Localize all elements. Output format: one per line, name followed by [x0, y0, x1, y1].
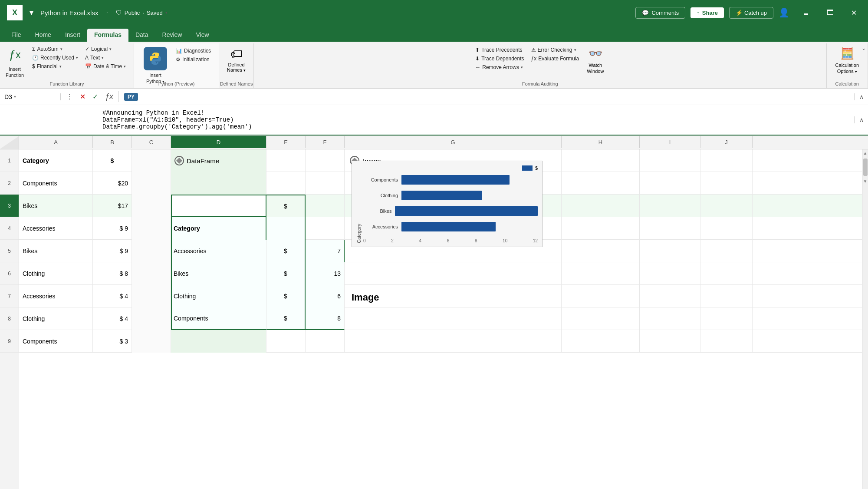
cell-A1[interactable]: Category	[19, 149, 93, 172]
formula-collapse-btn2[interactable]: ∧	[854, 116, 868, 123]
cell-E4[interactable]	[266, 217, 306, 240]
remove-arrows-button[interactable]: ↔ Remove Arrows ▾	[473, 63, 526, 71]
cell-B5[interactable]: $ 9	[93, 240, 132, 262]
col-header-B[interactable]: B	[93, 136, 132, 148]
cell-C7[interactable]	[132, 285, 171, 307]
col-header-I[interactable]: I	[640, 136, 700, 148]
cell-E3[interactable]: $	[266, 195, 306, 217]
cell-F2[interactable]	[306, 172, 345, 195]
cell-A6[interactable]: Clothing	[19, 262, 93, 285]
comments-button[interactable]: 💬 Comments	[635, 7, 685, 19]
error-check-button[interactable]: ⚠ Error Checking ▾	[529, 46, 582, 54]
cell-I4[interactable]	[640, 217, 700, 240]
cell-J3[interactable]	[700, 195, 753, 217]
diagnostics-button[interactable]: 📊 Diagnostics	[173, 47, 214, 55]
cell-H2[interactable]	[562, 172, 640, 195]
cell-J7[interactable]	[700, 285, 753, 307]
cell-B9[interactable]: $ 3	[93, 330, 132, 353]
formula-input-area[interactable]: PY	[119, 93, 854, 101]
cell-I9[interactable]	[640, 330, 700, 353]
cell-H1[interactable]	[562, 149, 640, 172]
row-num-9[interactable]: 9	[0, 330, 19, 353]
cell-I5[interactable]	[640, 240, 700, 262]
cell-A2[interactable]: Components	[19, 172, 93, 195]
cell-D2[interactable]	[171, 172, 266, 195]
financial-button[interactable]: $ Financial ▾	[30, 63, 81, 70]
cell-D4[interactable]: Category	[171, 217, 266, 240]
cell-I3[interactable]	[640, 195, 700, 217]
cell-B4[interactable]: $ 9	[93, 217, 132, 240]
cell-F7[interactable]: 6	[306, 285, 345, 307]
cell-I2[interactable]	[640, 172, 700, 195]
initialization-button[interactable]: ⚙ Initialization	[173, 56, 214, 63]
chevron-down-icon[interactable]: ▾	[165, 10, 168, 15]
row-num-7[interactable]: 7	[0, 285, 19, 307]
cell-J4[interactable]	[700, 217, 753, 240]
catchup-button[interactable]: ⚡ Catch up	[729, 7, 773, 19]
trace-dependents-button[interactable]: ⬇ Trace Dependents	[473, 55, 526, 63]
cell-F4[interactable]	[306, 217, 345, 240]
tab-home[interactable]: Home	[28, 29, 58, 42]
cell-J6[interactable]	[700, 262, 753, 285]
cell-C2[interactable]	[132, 172, 171, 195]
cell-J9[interactable]	[700, 330, 753, 353]
cell-I1[interactable]	[640, 149, 700, 172]
cell-B2[interactable]: $20	[93, 172, 132, 195]
cell-B3[interactable]: $17	[93, 195, 132, 217]
cell-C3[interactable]	[132, 195, 171, 217]
cell-D9[interactable]	[171, 330, 266, 353]
cell-G6[interactable]	[345, 262, 562, 285]
cell-B1[interactable]: $	[93, 149, 132, 172]
defined-names-button[interactable]: 🏷 DefinedNames ▾	[224, 45, 248, 81]
tab-review[interactable]: Review	[155, 29, 189, 42]
col-header-J[interactable]: J	[700, 136, 753, 148]
recently-used-button[interactable]: 🕐 Recently Used ▾	[30, 54, 81, 62]
cell-A5[interactable]: Bikes	[19, 240, 93, 262]
row-num-6[interactable]: 6	[0, 262, 19, 285]
scroll-down-arrow[interactable]: ▼	[862, 178, 868, 185]
cell-F8[interactable]: 8	[306, 307, 345, 330]
row-num-8[interactable]: 8	[0, 307, 19, 330]
quick-access-menu[interactable]: ▾	[28, 6, 35, 19]
cell-I6[interactable]	[640, 262, 700, 285]
tab-file[interactable]: File	[4, 29, 28, 42]
cell-E1[interactable]	[266, 149, 306, 172]
share-button[interactable]: ↑ Share	[690, 7, 724, 18]
cell-G9[interactable]	[345, 330, 562, 353]
row-num-2[interactable]: 2	[0, 172, 19, 195]
cell-E2[interactable]	[266, 172, 306, 195]
col-header-C[interactable]: C	[132, 136, 171, 148]
scroll-up-arrow[interactable]: ▲	[862, 149, 868, 157]
formula-collapse-button[interactable]: ∧	[854, 93, 868, 100]
cell-J1[interactable]	[700, 149, 753, 172]
tab-view[interactable]: View	[189, 29, 216, 42]
cell-B6[interactable]: $ 8	[93, 262, 132, 285]
cell-H4[interactable]	[562, 217, 640, 240]
cell-F6[interactable]: 13	[306, 262, 345, 285]
scroll-thumb[interactable]	[863, 159, 868, 176]
cell-F5[interactable]: 7	[306, 240, 345, 262]
logical-button[interactable]: ✓ Logical ▾	[82, 45, 128, 53]
tab-data[interactable]: Data	[128, 29, 155, 42]
col-header-E[interactable]: E	[266, 136, 306, 148]
cell-F9[interactable]	[306, 330, 345, 353]
col-header-F[interactable]: F	[306, 136, 345, 148]
cell-D7[interactable]: Clothing	[171, 285, 266, 307]
cell-F3[interactable]	[306, 195, 345, 217]
minimize-button[interactable]: 🗕	[798, 7, 814, 18]
cell-A3[interactable]: Bikes	[19, 195, 93, 217]
cell-C9[interactable]	[132, 330, 171, 353]
col-header-D[interactable]: D	[171, 136, 266, 148]
cell-G8[interactable]	[345, 307, 562, 330]
datetime-button[interactable]: 📅 Date & Time ▾	[82, 63, 128, 70]
cell-D3[interactable]	[171, 195, 266, 217]
watch-window-button[interactable]: 👓 WatchWindow	[583, 45, 607, 83]
maximize-button[interactable]: 🗖	[822, 7, 838, 18]
cell-D1[interactable]: DataFrame	[171, 149, 266, 172]
cell-E7[interactable]: $	[266, 285, 306, 307]
cell-C5[interactable]	[132, 240, 171, 262]
row-num-4[interactable]: 4	[0, 217, 19, 240]
cell-E5[interactable]: $	[266, 240, 306, 262]
cell-A4[interactable]: Accessories	[19, 217, 93, 240]
vertical-scrollbar[interactable]: ▲ ▼	[862, 149, 868, 489]
